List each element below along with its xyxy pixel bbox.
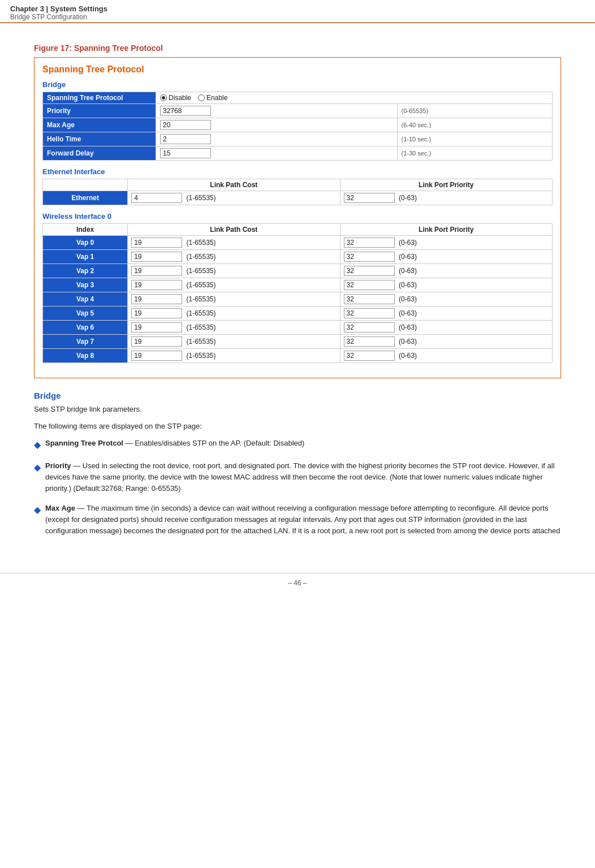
vap-path-cell: 19 (1-65535) — [128, 250, 340, 264]
vap-priority-input[interactable]: 32 — [344, 252, 395, 262]
vap-priority-range: (0-63) — [399, 323, 417, 331]
table-row: Vap 3 19 (1-65535) 32 (0-63) — [43, 278, 553, 292]
bullet-term: Priority — [45, 461, 71, 470]
bridge-table: Spanning Tree Protocol Disable Enable — [42, 92, 553, 161]
chapter-label: Chapter 3 — [10, 5, 44, 13]
ethernet-table: Link Path Cost Link Port Priority Ethern… — [42, 179, 553, 205]
bullet-icon: ◆ — [34, 438, 41, 452]
enable-radio[interactable]: Enable — [198, 94, 227, 102]
vap-path-input[interactable]: 19 — [131, 237, 182, 248]
priority-input[interactable]: 32768 — [160, 106, 211, 116]
vap-path-input[interactable]: 19 — [131, 252, 182, 262]
vap-path-input[interactable]: 19 — [131, 336, 182, 347]
hellotime-input[interactable]: 2 — [160, 134, 211, 144]
chapter-subtitle: Bridge STP Configuration — [10, 13, 585, 21]
maxage-range: (6-40 sec.) — [397, 118, 553, 132]
ethernet-path-cell: 4 (1-65535) — [128, 191, 340, 205]
vap-priority-input[interactable]: 32 — [344, 322, 395, 332]
ethernet-path-input[interactable]: 4 — [131, 193, 182, 203]
wireless-th-priority: Link Port Priority — [340, 224, 552, 236]
vap-priority-input[interactable]: 32 — [344, 336, 395, 347]
vap-path-cell: 19 (1-65535) — [128, 278, 340, 292]
page-header: Chapter 3 | System Settings Bridge STP C… — [0, 0, 595, 23]
maxage-input[interactable]: 20 — [160, 120, 211, 130]
table-row: Vap 0 19 (1-65535) 32 (0-63) — [43, 236, 553, 250]
section-label: System Settings — [50, 5, 107, 13]
vap-path-input[interactable]: 19 — [131, 280, 182, 290]
vap-priority-cell: 32 (0-63) — [340, 264, 552, 278]
enable-radio-dot — [198, 94, 205, 101]
table-row: Vap 5 19 (1-65535) 32 (0-63) — [43, 306, 553, 321]
panel-title: Spanning Tree Protocol — [42, 64, 553, 75]
vap-priority-input[interactable]: 32 — [344, 351, 395, 361]
ethernet-priority-input[interactable]: 32 — [344, 193, 395, 203]
maxage-value-cell: 20 — [156, 118, 398, 132]
table-row: Vap 1 19 (1-65535) 32 (0-63) — [43, 250, 553, 264]
vap-priority-input[interactable]: 32 — [344, 266, 395, 276]
priority-value-cell: 32768 — [156, 104, 398, 118]
vap-priority-range: (0-63) — [399, 309, 417, 317]
vap-name: Vap 0 — [43, 236, 128, 250]
disable-label: Disable — [169, 94, 191, 102]
bridge-intro2: The following items are displayed on the… — [34, 421, 561, 432]
ethernet-name: Ethernet — [43, 191, 128, 205]
wireless-section-label: Wireless Interface 0 — [42, 212, 553, 221]
panel-box: Spanning Tree Protocol Bridge Spanning T… — [34, 57, 561, 378]
ethernet-header-row: Link Path Cost Link Port Priority — [43, 179, 553, 191]
vap-priority-cell: 32 (0-63) — [340, 335, 552, 349]
vap-priority-range: (0-63) — [399, 239, 417, 247]
vap-priority-input[interactable]: 32 — [344, 294, 395, 304]
ethernet-section-label: Ethernet Interface — [42, 167, 553, 176]
bullet-list: ◆ Spanning Tree Protcol — Enables/disabl… — [34, 438, 561, 537]
vap-priority-cell: 32 (0-63) — [340, 278, 552, 292]
vap-path-cell: 19 (1-65535) — [128, 321, 340, 335]
vap-priority-input[interactable]: 32 — [344, 280, 395, 290]
ethernet-priority-range: (0-63) — [399, 194, 417, 202]
table-row: Max Age 20 (6-40 sec.) — [43, 118, 553, 132]
disable-radio-dot — [160, 94, 167, 101]
bullet-term: Max Age — [45, 504, 75, 512]
bullet-icon: ◆ — [34, 461, 41, 475]
vap-priority-input[interactable]: 32 — [344, 237, 395, 248]
vap-priority-input[interactable]: 32 — [344, 308, 395, 318]
list-item: ◆ Priority — Used in selecting the root … — [34, 460, 561, 494]
stp-label: Spanning Tree Protocol — [43, 92, 156, 104]
vap-path-input[interactable]: 19 — [131, 294, 182, 304]
forwarddelay-label: Forward Delay — [43, 146, 156, 161]
vap-path-input[interactable]: 19 — [131, 351, 182, 361]
wireless-header-row: Index Link Path Cost Link Port Priority — [43, 224, 553, 236]
vap-path-input[interactable]: 19 — [131, 308, 182, 318]
vap-path-range: (1-65535) — [187, 295, 216, 303]
stp-radio-cell: Disable Enable — [156, 92, 553, 104]
vap-path-cell: 19 (1-65535) — [128, 292, 340, 306]
vap-path-cell: 19 (1-65535) — [128, 306, 340, 321]
vap-path-input[interactable]: 19 — [131, 266, 182, 276]
list-item: ◆ Max Age — The maximum time (in seconds… — [34, 503, 561, 537]
page-number: – 46 – — [0, 573, 595, 589]
vap-path-range: (1-65535) — [187, 239, 216, 247]
wireless-section: Wireless Interface 0 Index Link Path Cos… — [42, 212, 553, 363]
bridge-section-label: Bridge — [42, 80, 553, 89]
ethernet-th-priority: Link Port Priority — [340, 179, 552, 191]
forwarddelay-range: (1-30 sec.) — [397, 146, 553, 161]
vap-name: Vap 8 — [43, 349, 128, 363]
vap-priority-range: (0-63) — [399, 281, 417, 289]
maxage-label: Max Age — [43, 118, 156, 132]
vap-priority-range: (0-63) — [399, 253, 417, 261]
vap-priority-range: (0-63) — [399, 295, 417, 303]
vap-path-range: (1-65535) — [187, 352, 216, 360]
hellotime-label: Hello Time — [43, 132, 156, 146]
header-separator: | — [44, 5, 50, 13]
vap-name: Vap 4 — [43, 292, 128, 306]
table-row: Hello Time 2 (1-10 sec.) — [43, 132, 553, 146]
forwarddelay-input[interactable]: 15 — [160, 148, 211, 158]
disable-radio[interactable]: Disable — [160, 94, 191, 102]
main-content: Figure 17: Spanning Tree Protocol Spanni… — [0, 23, 595, 562]
vap-path-input[interactable]: 19 — [131, 322, 182, 332]
vap-path-cell: 19 (1-65535) — [128, 335, 340, 349]
ethernet-section: Ethernet Interface Link Path Cost Link P… — [42, 167, 553, 205]
vap-priority-cell: 32 (0-63) — [340, 236, 552, 250]
table-row: Vap 8 19 (1-65535) 32 (0-63) — [43, 349, 553, 363]
table-row: Priority 32768 (0-65535) — [43, 104, 553, 118]
vap-priority-cell: 32 (0-63) — [340, 321, 552, 335]
